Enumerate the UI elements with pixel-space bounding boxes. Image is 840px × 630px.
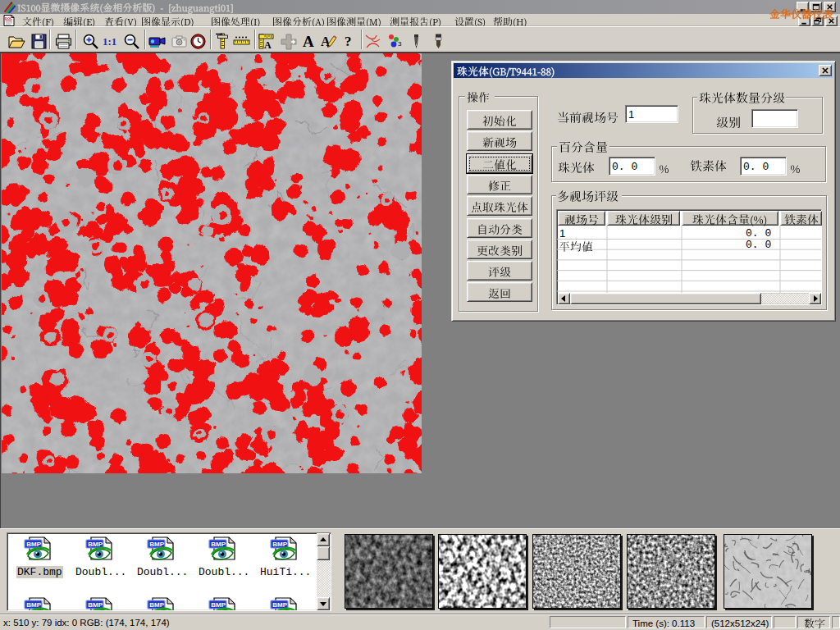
svg-text:A: A bbox=[303, 33, 314, 50]
svg-text:A: A bbox=[264, 39, 272, 50]
svg-text:DOC: DOC bbox=[5, 16, 12, 21]
svg-text:1:1: 1:1 bbox=[103, 35, 116, 48]
svg-text:?: ? bbox=[345, 34, 352, 49]
svg-text:3: 3 bbox=[398, 40, 402, 48]
